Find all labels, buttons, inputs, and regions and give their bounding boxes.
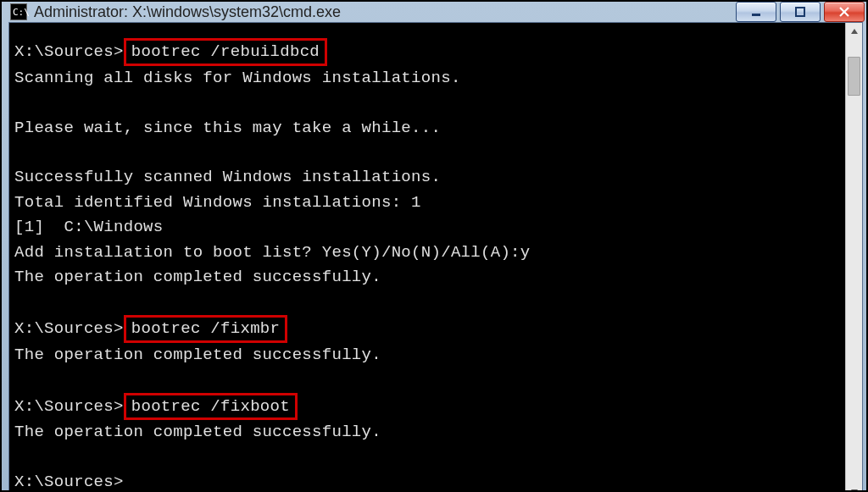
output-line: The operation completed successfully.	[14, 346, 381, 364]
content-frame: X:\Sources>bootrec /rebuildbcd Scanning …	[8, 22, 863, 492]
scroll-up-button[interactable]	[846, 23, 862, 40]
chevron-down-icon	[850, 488, 859, 492]
svg-line-3	[840, 8, 849, 16]
scroll-track[interactable]	[846, 40, 862, 484]
close-button[interactable]	[824, 2, 865, 22]
terminal[interactable]: X:\Sources>bootrec /rebuildbcd Scanning …	[9, 23, 845, 492]
svg-marker-5	[851, 489, 858, 492]
output-line: Add installation to boot list? Yes(Y)/No…	[14, 243, 531, 262]
minimize-icon	[751, 7, 761, 17]
highlight-rebuildbcd: bootrec /rebuildbcd	[124, 38, 327, 66]
svg-rect-0	[752, 14, 760, 16]
prompt-3: X:\Sources>	[14, 397, 124, 416]
prompt-4: X:\Sources>	[14, 473, 124, 491]
output-line: The operation completed successfully.	[14, 423, 381, 441]
svg-rect-1	[796, 8, 804, 16]
maximize-button[interactable]	[780, 2, 821, 22]
output-line: Please wait, since this may take a while…	[14, 119, 441, 137]
cmd-icon: C:\	[10, 3, 27, 20]
output-line: The operation completed successfully.	[14, 268, 381, 286]
scroll-thumb[interactable]	[848, 57, 860, 96]
output-line: [1] C:\Windows	[14, 218, 164, 236]
cmd-window: C:\ Administrator: X:\windows\system32\c…	[2, 2, 868, 492]
window-title: Administrator: X:\windows\system32\cmd.e…	[34, 3, 736, 21]
output-line: Total identified Windows installations: …	[14, 193, 421, 212]
scroll-down-button[interactable]	[846, 484, 862, 492]
chevron-up-icon	[850, 27, 859, 36]
titlebar[interactable]: C:\ Administrator: X:\windows\system32\c…	[2, 2, 868, 22]
prompt-1: X:\Sources>	[14, 42, 124, 61]
minimize-button[interactable]	[736, 2, 776, 22]
vertical-scrollbar[interactable]	[845, 23, 862, 492]
output-line: Successfully scanned Windows installatio…	[14, 168, 441, 186]
svg-marker-4	[851, 29, 858, 34]
highlight-fixboot: bootrec /fixboot	[124, 393, 298, 421]
output-line: Scanning all disks for Windows installat…	[14, 69, 461, 87]
highlight-fixmbr: bootrec /fixmbr	[124, 315, 288, 343]
window-controls	[736, 2, 865, 22]
maximize-icon	[795, 7, 805, 17]
svg-line-2	[840, 8, 849, 16]
prompt-2: X:\Sources>	[14, 319, 124, 338]
close-icon	[839, 7, 849, 17]
